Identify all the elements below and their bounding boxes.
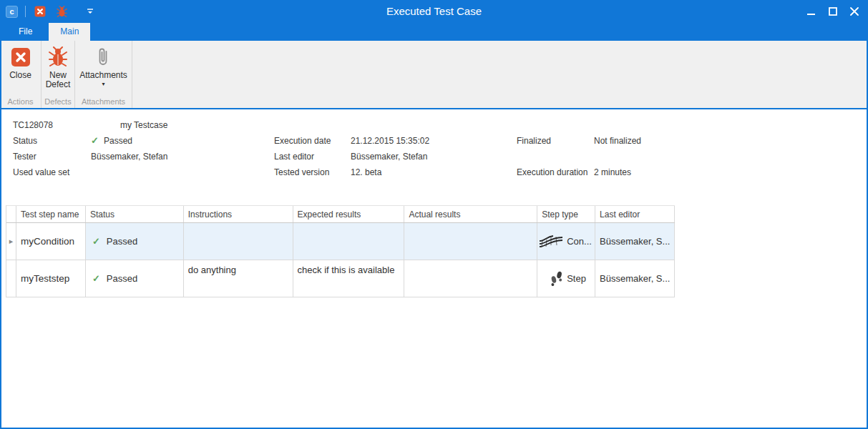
ribbon-group-label-attachments: Attachments [75, 97, 132, 106]
ribbon-group-defects: New Defect Defects [42, 41, 75, 108]
cell-instructions[interactable] [184, 223, 293, 260]
table-row[interactable]: ▸ myCondition ✓ Passed [6, 223, 675, 260]
passed-check-icon: ✓ [91, 135, 99, 146]
tester-value: Büssemaker, Stefan [91, 152, 167, 162]
status-text: Passed [107, 236, 137, 247]
table-header-row: Test step name Status Instructions Expec… [6, 206, 675, 223]
header-last-editor[interactable]: Last editor [595, 206, 675, 222]
footsteps-icon [537, 271, 563, 287]
header-test-step-name[interactable]: Test step name [16, 206, 86, 222]
cell-actual-results[interactable] [404, 260, 537, 297]
quick-access-toolbar: c [0, 0, 99, 23]
titlebar: c [0, 0, 868, 23]
qat-dropdown-icon[interactable] [82, 3, 99, 20]
header-indicator [6, 206, 16, 222]
cell-step-type[interactable]: Con... [537, 223, 595, 260]
row-indicator-empty [6, 260, 16, 297]
cell-last-editor[interactable]: Büssemaker, S... [595, 260, 675, 297]
cell-expected-results[interactable]: check if this is available [293, 260, 405, 297]
close-button-label: Close [9, 71, 31, 80]
ribbon-group-actions: Close Actions [0, 41, 42, 108]
passed-check-icon: ✓ [92, 236, 100, 247]
testcase-id: TC128078 [13, 120, 53, 130]
tested-version-label: Tested version [274, 167, 329, 177]
cell-expected-results[interactable] [293, 223, 405, 260]
passed-check-icon: ✓ [92, 273, 100, 284]
ribbon: Close Actions [0, 41, 868, 109]
finalized-label: Finalized [517, 136, 551, 146]
execution-duration-label: Execution duration [517, 167, 587, 177]
cell-test-step-name[interactable]: myTeststep [16, 260, 86, 297]
close-button[interactable] [844, 0, 865, 23]
testcase-name: my Testcase [120, 120, 167, 130]
header-instructions[interactable]: Instructions [184, 206, 293, 222]
app-icon-letter: c [9, 7, 14, 16]
bug-icon [49, 46, 67, 69]
tab-main[interactable]: Main [49, 23, 90, 41]
attachments-button-label: Attachments [79, 71, 127, 80]
cell-last-editor[interactable]: Büssemaker, S... [595, 223, 675, 260]
status-value: Passed [104, 136, 132, 146]
last-editor-value: Büssemaker, Stefan [351, 152, 427, 162]
paperclip-icon [96, 46, 110, 69]
new-defect-button-label: New Defect [46, 71, 71, 89]
ribbon-group-attachments: Attachments ▾ Attachments [75, 41, 132, 108]
cell-step-type[interactable]: Step [537, 260, 595, 297]
status-label: Status [13, 136, 37, 146]
execution-duration-value: 2 minutes [594, 167, 631, 177]
step-type-text: Con... [567, 236, 592, 247]
qat-separator [25, 6, 26, 17]
finalized-value: Not finalized [594, 136, 641, 146]
executed-test-case-window: c [0, 0, 868, 429]
status-text: Passed [107, 273, 137, 284]
attachments-dropdown-icon: ▾ [102, 82, 104, 87]
window-controls [801, 0, 865, 23]
execution-date-label: Execution date [274, 136, 331, 146]
window-title: Executed Test Case [0, 0, 868, 23]
condition-icon [537, 235, 563, 249]
maximize-button[interactable] [822, 0, 844, 23]
tested-version-value: 12. beta [351, 167, 381, 177]
header-expected-results[interactable]: Expected results [293, 206, 405, 222]
cell-actual-results[interactable] [404, 223, 537, 260]
content-area: TC128078 my Testcase Status ✓ Passed Tes… [0, 111, 868, 429]
window-border-left [0, 0, 1, 429]
header-actual-results[interactable]: Actual results [404, 206, 537, 222]
ribbon-tab-strip: File Main [0, 23, 868, 41]
header-step-type[interactable]: Step type [537, 206, 595, 222]
tester-label: Tester [13, 152, 36, 162]
step-type-text: Step [567, 273, 586, 284]
qat-close-icon[interactable] [31, 3, 49, 20]
header-status[interactable]: Status [86, 206, 184, 222]
tab-file[interactable]: File [7, 23, 44, 41]
used-value-set-label: Used value set [13, 167, 69, 177]
cell-test-step-name[interactable]: myCondition [16, 223, 86, 260]
cell-instructions[interactable]: do anything [184, 260, 293, 297]
row-indicator-icon: ▸ [6, 223, 16, 260]
minimize-button[interactable] [801, 0, 822, 23]
ribbon-group-label-defects: Defects [42, 97, 74, 106]
cell-status[interactable]: ✓ Passed [86, 260, 184, 297]
cell-status[interactable]: ✓ Passed [86, 223, 184, 260]
execution-date-value: 21.12.2015 15:35:02 [351, 136, 429, 146]
ribbon-group-label-actions: Actions [0, 97, 41, 106]
close-red-icon [11, 46, 31, 69]
test-steps-table: Test step name Status Instructions Expec… [6, 205, 675, 297]
app-icon[interactable]: c [6, 6, 18, 18]
qat-new-defect-icon[interactable] [53, 3, 70, 20]
last-editor-label: Last editor [274, 152, 314, 162]
table-row[interactable]: myTeststep ✓ Passed do anything check if… [6, 260, 675, 297]
